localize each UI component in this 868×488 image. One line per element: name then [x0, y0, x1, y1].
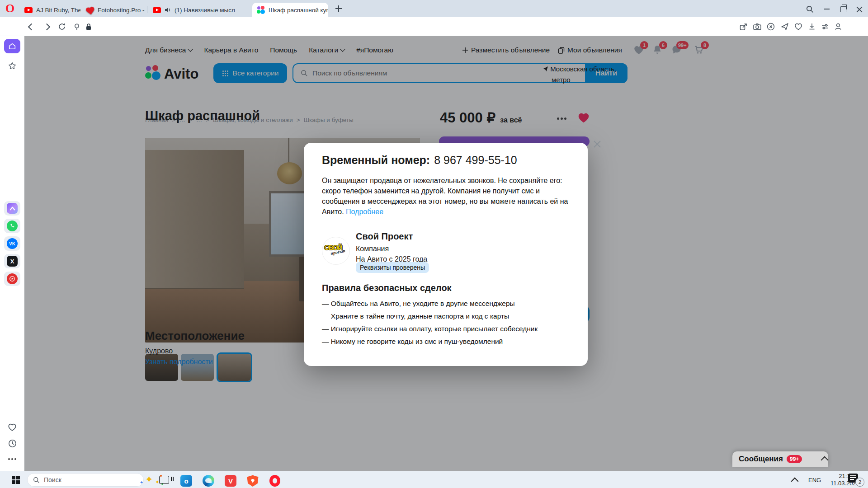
- company-logo[interactable]: СВОЙ проект: [322, 237, 350, 265]
- verified-badge: Реквизиты проверены: [356, 262, 429, 273]
- heart-sticker-cursor: [85, 6, 96, 16]
- reload-icon[interactable]: [57, 22, 67, 32]
- tray-chevron-icon[interactable]: [791, 478, 799, 485]
- task-view-button[interactable]: [159, 476, 169, 484]
- history-clock-icon[interactable]: [0, 437, 24, 449]
- safety-rule: — Общайтесь на Авито, не уходите в други…: [322, 300, 575, 308]
- taskbar-search-label: Поиск: [44, 476, 61, 483]
- youtube-favicon: [24, 7, 33, 13]
- vk-button[interactable]: VK: [4, 236, 20, 251]
- messenger-badge: 99+: [787, 455, 802, 463]
- forward-icon[interactable]: [42, 22, 52, 32]
- home-icon: [8, 42, 16, 50]
- youtube-favicon: [153, 7, 161, 13]
- vk-icon: VK: [7, 238, 18, 249]
- edge-icon[interactable]: [203, 475, 214, 487]
- modal-phone-number: 8 967 499-55-10: [434, 154, 517, 167]
- share-edit-icon[interactable]: [738, 22, 748, 32]
- company-name[interactable]: Свой Проект: [356, 231, 413, 242]
- temporary-number-modal: Временный номер: 8 967 499-55-10 Он защи…: [304, 143, 588, 366]
- x-icon: X: [7, 256, 18, 267]
- tab-separator: [147, 6, 147, 13]
- safety-rule: — Игнорируйте ссылки на оплату, которые …: [322, 325, 575, 333]
- youtube-music-button[interactable]: [4, 272, 20, 286]
- profile-icon[interactable]: [833, 22, 843, 32]
- search-icon: [33, 477, 40, 483]
- safety-rules-title: Правила безопасных сделок: [322, 283, 452, 293]
- notification-count-badge: 2: [855, 478, 864, 487]
- tab-title: Fotohosting.Pro - Фотохо: [98, 7, 146, 14]
- back-icon[interactable]: [26, 22, 36, 32]
- opera-icon[interactable]: [269, 475, 280, 487]
- tab-title: (1) Навязчивые мысл: [175, 7, 235, 14]
- tab-separator: [82, 6, 82, 13]
- maximize-button[interactable]: [838, 4, 848, 14]
- lock-icon[interactable]: [84, 22, 94, 32]
- brave-icon[interactable]: [247, 475, 259, 487]
- aria-icon: [7, 203, 18, 214]
- site-info-icon[interactable]: [72, 22, 82, 32]
- opera-menu-button[interactable]: O: [5, 2, 14, 15]
- close-button[interactable]: [854, 4, 864, 14]
- bookmarks-star-icon[interactable]: [0, 60, 24, 72]
- modal-title: Временный номер:: [322, 154, 430, 167]
- browser-tab-1[interactable]: AJ Bit Ruby, Then Ruby Fo: [20, 3, 80, 17]
- opera-sidebar: VK X: [0, 36, 24, 471]
- taskbar-search[interactable]: Поиск ✦ ✦ ✦: [27, 473, 144, 487]
- aria-ai-button[interactable]: [4, 201, 20, 216]
- chevron-up-icon: [821, 456, 829, 464]
- vivaldi-icon[interactable]: V: [225, 475, 236, 487]
- start-button[interactable]: [12, 476, 20, 484]
- sliders-icon[interactable]: [820, 22, 830, 32]
- browser-tab-active[interactable]: Шкаф распашной куп: [252, 3, 328, 17]
- modal-body: Он защищает продавца от нежелательных зв…: [322, 175, 576, 217]
- adblock-shield-icon[interactable]: [766, 22, 776, 32]
- language-indicator[interactable]: ENG: [808, 477, 821, 483]
- browser-tab-3[interactable]: (1) Навязчивые мысл: [148, 3, 250, 17]
- browser-addressbar: www.avito.ru/kudrovo/mebel_i_interer/shk…: [0, 17, 868, 36]
- messenger-widget[interactable]: Сообщения 99+: [732, 451, 828, 467]
- avito-favicon: [257, 6, 265, 14]
- safety-rule: — Храните в тайне почту, данные паспорта…: [322, 312, 575, 320]
- modal-close-icon[interactable]: [591, 138, 603, 150]
- send-to-icon[interactable]: [780, 22, 790, 32]
- x-twitter-button[interactable]: X: [4, 254, 20, 268]
- home-speeddial-button[interactable]: [4, 39, 20, 53]
- speaker-icon[interactable]: [165, 7, 171, 13]
- tab-title: Шкаф распашной куп: [269, 7, 328, 14]
- camera-icon[interactable]: [752, 22, 762, 32]
- favorites-heart-icon[interactable]: [0, 421, 24, 433]
- messenger-label: Сообщения: [739, 455, 783, 464]
- more-details-link[interactable]: Подробнее: [346, 208, 383, 216]
- screen: O AJ Bit Ruby, Then Ruby Fo Fotohosting.…: [0, 0, 868, 488]
- company-type: Компания: [356, 245, 389, 253]
- whatsapp-button[interactable]: [4, 219, 20, 233]
- safety-rule: — Никому не говорите коды из смс и пуш-у…: [322, 338, 575, 346]
- toolbar-search-icon[interactable]: [805, 4, 815, 14]
- download-icon[interactable]: [807, 22, 817, 32]
- whatsapp-icon: [7, 221, 18, 231]
- windows-taskbar: Поиск ✦ ✦ ✦ o V ENG 21:11 11.03.2026: [0, 471, 868, 488]
- browser-tabstrip: O AJ Bit Ruby, Then Ruby Fo Fotohosting.…: [0, 0, 868, 17]
- bookmark-heart-icon[interactable]: [793, 22, 803, 32]
- minimize-button[interactable]: [822, 4, 832, 14]
- sidebar-more-icon[interactable]: [0, 455, 24, 464]
- new-tab-button[interactable]: [335, 5, 342, 12]
- youtube-music-icon: [7, 273, 18, 284]
- outlook-icon[interactable]: o: [180, 475, 192, 487]
- tab-title: AJ Bit Ruby, Then Ruby Fo: [36, 7, 80, 14]
